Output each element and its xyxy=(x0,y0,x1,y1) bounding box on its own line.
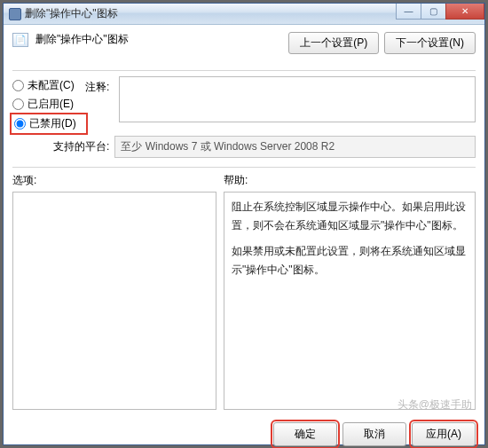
window-title: 删除"操作中心"图标 xyxy=(25,6,118,21)
comment-label: 注释: xyxy=(85,76,119,95)
ok-button[interactable]: 确定 xyxy=(273,422,337,446)
dialog-window: 删除"操作中心"图标 — ▢ ✕ 删除"操作中心"图标 上一个设置(P) 下一个… xyxy=(3,3,485,445)
options-panel xyxy=(12,192,216,410)
radio-not-configured-label: 未配置(C) xyxy=(28,78,75,93)
radio-not-configured-input[interactable] xyxy=(12,80,24,91)
header: 删除"操作中心"图标 xyxy=(12,32,129,47)
help-label: 帮助: xyxy=(224,173,476,188)
radio-disabled[interactable]: 已禁用(D) xyxy=(12,115,85,132)
titlebar: 删除"操作中心"图标 — ▢ ✕ xyxy=(4,4,484,25)
maximize-button[interactable]: ▢ xyxy=(421,4,445,20)
prev-setting-button[interactable]: 上一个设置(P) xyxy=(288,32,379,54)
radio-enabled-input[interactable] xyxy=(12,98,24,110)
policy-title: 删除"操作中心"图标 xyxy=(35,32,129,47)
radio-group: 未配置(C) 已启用(E) 已禁用(D) xyxy=(12,76,85,132)
column-headers: 选项: 帮助: xyxy=(12,173,476,188)
platform-label: 支持的平台: xyxy=(53,139,109,154)
next-setting-button[interactable]: 下一个设置(N) xyxy=(384,32,476,54)
options-label: 选项: xyxy=(12,173,224,188)
radio-not-configured[interactable]: 未配置(C) xyxy=(12,78,85,93)
radio-enabled[interactable]: 已启用(E) xyxy=(12,97,85,112)
close-button[interactable]: ✕ xyxy=(445,4,484,20)
apply-button[interactable]: 应用(A) xyxy=(412,422,476,446)
radio-disabled-input[interactable] xyxy=(14,118,26,130)
help-panel: 阻止在系统控制区域显示操作中心。如果启用此设置，则不会在系统通知区域显示"操作中… xyxy=(224,192,476,410)
radio-disabled-label: 已禁用(D) xyxy=(29,116,76,131)
divider xyxy=(12,70,476,71)
comment-textarea[interactable] xyxy=(119,76,476,122)
help-paragraph-1: 阻止在系统控制区域显示操作中心。如果启用此设置，则不会在系统通知区域显示"操作中… xyxy=(232,198,468,235)
content-area: 删除"操作中心"图标 上一个设置(P) 下一个设置(N) 未配置(C) 已启用(… xyxy=(4,25,484,415)
window-title-wrap: 删除"操作中心"图标 xyxy=(9,6,396,21)
nav-buttons: 上一个设置(P) 下一个设置(N) xyxy=(288,32,476,54)
divider-2 xyxy=(12,167,476,168)
footer: 确定 取消 应用(A) xyxy=(4,415,484,448)
cancel-button[interactable]: 取消 xyxy=(342,422,406,446)
app-icon xyxy=(9,8,21,20)
window-buttons: — ▢ ✕ xyxy=(396,4,484,24)
minimize-button[interactable]: — xyxy=(396,4,421,20)
platform-text: 至少 Windows 7 或 Windows Server 2008 R2 xyxy=(114,136,476,158)
radio-enabled-label: 已启用(E) xyxy=(28,97,74,112)
help-paragraph-2: 如果禁用或未配置此设置，则将在系统通知区域显示"操作中心"图标。 xyxy=(232,242,468,279)
policy-icon xyxy=(12,33,28,47)
